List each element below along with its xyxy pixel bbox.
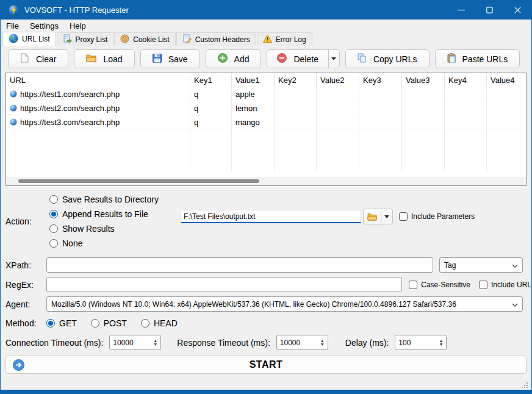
tab-url-list[interactable]: URL List [2,32,56,46]
menu-settings[interactable]: Settings [24,20,64,32]
action-section: Action: Save Results to Directory Append… [1,192,531,253]
radio-head[interactable]: HEAD [141,316,178,331]
column-header-key4[interactable]: Key4 [445,73,487,87]
clear-button[interactable]: Clear [8,49,68,68]
tab-custom-headers[interactable]: Custom Headers [176,32,256,46]
window-controls [447,0,531,20]
response-timeout-input[interactable] [277,338,320,347]
connection-timeout-spinner[interactable]: ▲▼ [109,335,161,350]
regex-row: RegEx: Case-Sensitive Include URL [1,277,531,292]
title-bar[interactable]: VOVSOFT - HTTP Requester [1,0,531,20]
table-row[interactable]: https://test1.com/search.php q apple [6,87,526,101]
radio-save-results-to-directory[interactable]: Save Results to Directory [49,192,159,207]
tab-label: Error Log [276,35,306,44]
chevron-down-icon [512,300,518,309]
add-button[interactable]: Add [206,49,262,68]
url-globe-icon [10,104,17,112]
tab-label: Proxy List [76,35,108,44]
column-header-url[interactable]: URL [6,73,190,87]
status-bar [1,374,531,390]
start-button[interactable]: START [5,356,527,374]
key1-cell: q [190,115,232,129]
response-timeout-spinner[interactable]: ▲▼ [276,335,328,350]
blank-page-icon [20,53,29,65]
tab-cookie-list[interactable]: Cookie List [114,32,175,46]
load-button[interactable]: Load [74,49,134,68]
radio-get[interactable]: GET [46,316,77,331]
output-file-group: Include Parameters [181,209,475,224]
column-header-value2[interactable]: Value2 [317,73,359,87]
warning-icon [263,34,272,45]
radio-post[interactable]: POST [91,316,127,331]
spinner-arrows-icon[interactable]: ▲▼ [320,339,328,346]
app-logo-icon [9,5,19,15]
regex-input[interactable] [46,277,402,292]
save-label: Save [168,54,188,64]
menu-bar: File Settings Help [1,20,531,32]
app-window: VOVSOFT - HTTP Requester File Settings H… [0,0,532,394]
paste-urls-button[interactable]: Paste URLs [435,49,520,68]
menu-help[interactable]: Help [64,20,92,32]
xpath-input[interactable] [46,257,433,273]
cookie-icon [120,34,129,45]
tab-label: Cookie List [133,35,169,44]
copy-urls-button[interactable]: Copy URLs [345,49,430,68]
agent-dropdown[interactable]: Mozilla/5.0 (Windows NT 10.0; Win64; x64… [46,296,523,312]
checkbox-box [409,281,417,289]
folder-icon [86,54,96,64]
radio-append-results-to-file[interactable]: Append Results to File [49,207,159,221]
save-button[interactable]: Save [140,49,200,68]
column-header-key3[interactable]: Key3 [359,73,402,87]
horizontal-scrollbar[interactable] [6,177,526,185]
menu-file[interactable]: File [1,20,24,32]
tab-error-log[interactable]: Error Log [257,32,312,46]
url-cell: https://test3.com/search.php [6,115,190,129]
xpath-label: XPath: [1,260,46,270]
toolbar: Clear Load Save Add [1,46,531,73]
case-sensitive-checkbox[interactable]: Case-Sensitive [409,281,470,289]
url-globe-icon [10,118,17,126]
column-header-value3[interactable]: Value3 [402,73,445,87]
copy-urls-label: Copy URLs [373,54,417,64]
url-cell: https://test1.com/search.php [6,87,190,101]
tab-label: URL List [22,35,50,43]
method-row: Method: GET POST HEAD [1,316,531,331]
close-button[interactable] [503,0,531,20]
proxy-list-icon [63,34,72,45]
xpath-mode-dropdown[interactable]: Tag [439,257,523,273]
spinner-arrows-icon[interactable]: ▲▼ [439,339,446,346]
delay-input[interactable] [395,338,439,347]
checkbox-box [399,212,408,221]
browse-folder-split-button [363,209,393,224]
include-parameters-checkbox[interactable]: Include Parameters [399,212,475,221]
minimize-button[interactable] [447,0,475,20]
tab-proxy-list[interactable]: Proxy List [57,32,114,46]
output-file-input[interactable] [181,210,361,223]
spinner-arrows-icon[interactable]: ▲▼ [153,339,160,346]
tab-label: Custom Headers [195,35,250,44]
browse-dropdown-arrow[interactable] [381,215,392,218]
column-header-value1[interactable]: Value1 [232,73,275,87]
delete-button[interactable]: Delete [267,50,328,68]
resize-grip[interactable] [522,382,528,388]
delete-dropdown-arrow[interactable] [328,50,339,68]
value1-cell: mango [232,115,275,129]
column-header-value4[interactable]: Value4 [487,73,526,87]
column-header-key2[interactable]: Key2 [275,73,317,87]
maximize-button[interactable] [475,0,503,20]
floppy-disk-icon [153,54,162,65]
custom-headers-icon [182,34,192,45]
include-url-checkbox[interactable]: Include URL [479,281,531,289]
browse-folder-button[interactable] [364,213,381,221]
clipboard-icon [447,53,456,65]
table-row[interactable]: https://test2.com/search.php q lemon [6,101,526,115]
scrollbar-thumb[interactable] [18,179,259,183]
connection-timeout-input[interactable] [110,338,153,347]
delay-spinner[interactable]: ▲▼ [395,335,447,350]
radio-show-results[interactable]: Show Results [49,221,159,236]
method-label: Method: [1,318,46,328]
radio-none[interactable]: None [49,236,159,251]
table-row[interactable]: https://test3.com/search.php q mango [6,115,526,129]
column-header-key1[interactable]: Key1 [190,73,232,87]
url-globe-icon [10,90,17,98]
